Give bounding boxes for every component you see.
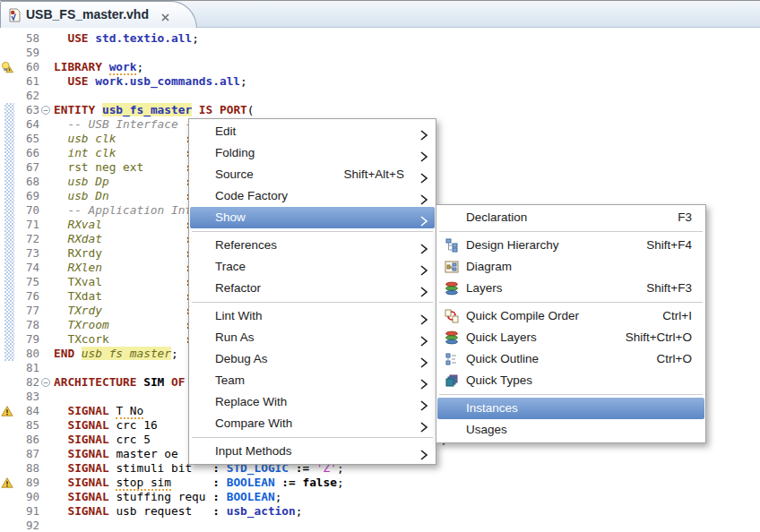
line-number: 73 xyxy=(13,246,39,261)
line-number: 86 xyxy=(13,433,39,447)
line-number: 75 xyxy=(13,275,39,289)
line-number: 69 xyxy=(13,189,39,203)
code-line[interactable]: 59 xyxy=(0,46,760,60)
menu-item-label: Quick Compile Order xyxy=(466,309,579,322)
menu-item-input-methods[interactable]: Input Methods xyxy=(190,441,435,462)
line-number: 89 xyxy=(13,476,39,490)
close-icon[interactable] xyxy=(160,10,171,21)
menu-separator xyxy=(439,394,703,395)
menu-item-team[interactable]: Team xyxy=(190,370,435,391)
menu-item-layers[interactable]: LayersShift+F3 xyxy=(437,278,704,299)
menu-item-refactor[interactable]: Refactor xyxy=(190,278,435,299)
menu-item-code-factory[interactable]: Code Factory xyxy=(190,185,435,207)
line-number: 84 xyxy=(13,404,39,418)
menu-item-label: Layers xyxy=(466,281,503,295)
menu-item-edit[interactable]: Edit xyxy=(190,121,435,142)
menu-item-quick-types[interactable]: Quick Types xyxy=(437,370,704,391)
menu-item-replace-with[interactable]: Replace With xyxy=(190,391,435,413)
code-line[interactable]: 90 SIGNAL stuffing requ : BOOLEAN; xyxy=(0,490,760,504)
menu-item-design-hierarchy[interactable]: Design HierarchyShift+F4 xyxy=(437,235,704,256)
submenu-arrow-icon xyxy=(420,283,428,305)
menu-item-label: Folding xyxy=(215,146,255,159)
code-text: SIGNAL T No xyxy=(54,404,143,418)
menu-separator xyxy=(192,437,433,438)
menu-item-label: Run As xyxy=(215,330,255,344)
code-text: END usb fs master; xyxy=(54,347,178,361)
menu-item-label: Quick Layers xyxy=(466,330,537,344)
code-text: TXrdy : xyxy=(54,304,192,318)
menu-item-quick-outline[interactable]: Quick OutlineCtrl+O xyxy=(437,348,704,370)
line-number: 61 xyxy=(13,74,39,89)
line-number: 81 xyxy=(13,361,39,375)
menu-shortcut: Ctrl+O xyxy=(657,348,692,370)
code-text: LIBRARY work; xyxy=(54,60,143,74)
layers-icon xyxy=(445,281,459,296)
menu-item-folding[interactable]: Folding xyxy=(190,142,435,164)
code-line[interactable]: 92 xyxy=(0,519,760,532)
menu-item-usages[interactable]: Usages xyxy=(437,419,704,441)
menu-item-show[interactable]: Show xyxy=(190,207,435,228)
menu-item-label: Edit xyxy=(215,124,236,138)
line-number: 70 xyxy=(13,203,39,218)
menu-item-compare-with[interactable]: Compare With xyxy=(190,413,435,434)
show-submenu: DeclarationF3Design HierarchyShift+F4Dia… xyxy=(436,204,706,443)
menu-shortcut: Shift+Alt+S xyxy=(343,164,404,185)
line-number: 60 xyxy=(13,60,39,74)
menu-item-label: Lint With xyxy=(215,309,263,322)
line-number: 66 xyxy=(13,146,39,160)
design-hierarchy-icon xyxy=(445,238,459,253)
menu-item-label: Debug As xyxy=(215,352,268,365)
code-line[interactable]: 60LIBRARY work; xyxy=(0,60,760,74)
menu-item-label: References xyxy=(215,238,277,252)
menu-item-quick-layers[interactable]: Quick LayersShift+Ctrl+O xyxy=(437,327,704,348)
diagram-icon xyxy=(445,260,459,274)
code-line[interactable]: 89 SIGNAL stop sim : BOOLEAN := false; xyxy=(0,476,760,490)
line-number: 71 xyxy=(13,218,39,232)
code-line[interactable]: 91 SIGNAL usb request : usb_action; xyxy=(0,504,760,519)
menu-item-label: Quick Types xyxy=(466,373,532,387)
code-text: RXrdy : xyxy=(54,246,192,261)
line-number: 77 xyxy=(13,304,39,318)
menu-item-declaration[interactable]: DeclarationF3 xyxy=(437,207,704,228)
quickfix-warning-icon xyxy=(1,61,13,73)
fold-minus-icon[interactable]: − xyxy=(41,378,50,387)
menu-item-references[interactable]: References xyxy=(190,235,435,256)
line-number: 76 xyxy=(13,289,39,304)
line-number: 74 xyxy=(13,261,39,275)
submenu-arrow-icon xyxy=(420,212,428,234)
code-text: rst neg ext : xyxy=(54,160,192,175)
warning-icon xyxy=(1,476,13,489)
menu-separator xyxy=(192,231,433,232)
menu-item-lint-with[interactable]: Lint With xyxy=(190,305,435,327)
editor-tab[interactable]: USB_FS_master.vhd xyxy=(0,1,197,29)
line-number: 80 xyxy=(13,347,39,361)
menu-item-trace[interactable]: Trace xyxy=(190,256,435,278)
menu-item-label: Design Hierarchy xyxy=(466,238,559,252)
code-line[interactable]: 61 USE work.usb_commands.all; xyxy=(0,74,760,89)
code-line[interactable]: 62 xyxy=(0,89,760,103)
code-text: SIGNAL master oe xyxy=(54,447,178,461)
context-menu: EditFoldingSourceShift+Alt+SCode Factory… xyxy=(188,118,436,465)
menu-shortcut: Shift+F3 xyxy=(646,278,692,299)
fold-minus-icon[interactable]: − xyxy=(41,106,50,115)
code-line[interactable]: 58 USE std.textio.all; xyxy=(0,31,760,46)
menu-item-label: Input Methods xyxy=(215,444,292,458)
menu-item-label: Quick Outline xyxy=(466,352,539,365)
menu-item-label: Compare With xyxy=(215,416,292,430)
code-text: RXdat : xyxy=(54,232,192,246)
line-number: 90 xyxy=(13,490,39,504)
menu-item-source[interactable]: SourceShift+Alt+S xyxy=(190,164,435,185)
menu-item-debug-as[interactable]: Debug As xyxy=(190,348,435,370)
menu-item-diagram[interactable]: Diagram xyxy=(437,256,704,278)
menu-item-instances[interactable]: Instances xyxy=(437,398,704,419)
code-text: ARCHITECTURE SIM OF xyxy=(54,375,185,390)
quick-compile-order-icon xyxy=(445,309,459,323)
menu-item-run-as[interactable]: Run As xyxy=(190,327,435,348)
menu-separator xyxy=(192,302,433,303)
code-text: RXval : xyxy=(54,218,192,232)
line-number: 58 xyxy=(13,31,39,46)
code-line[interactable]: 63−ENTITY usb_fs_master IS PORT( xyxy=(0,103,760,117)
menu-item-quick-compile-order[interactable]: Quick Compile OrderCtrl+I xyxy=(437,305,704,327)
menu-item-label: Source xyxy=(215,167,254,181)
line-number: 67 xyxy=(13,160,39,175)
